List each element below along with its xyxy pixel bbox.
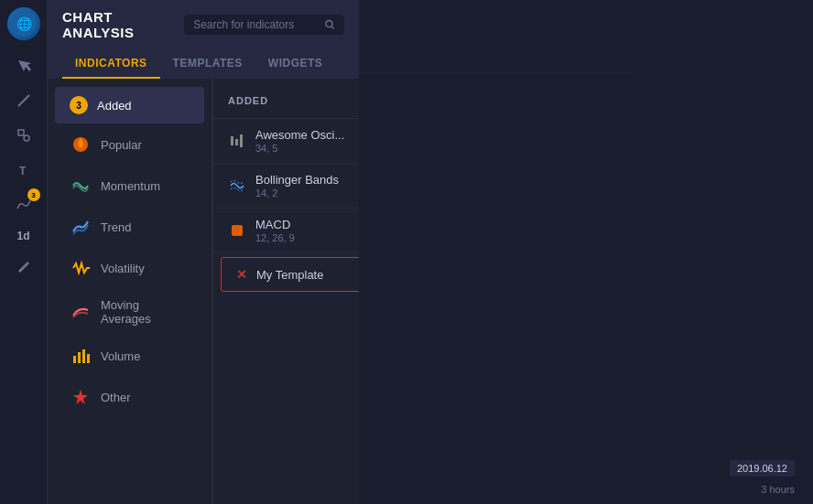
main-panel: CHART ANALYSIS INDICATORS TEMPLATES WIDG… bbox=[48, 0, 359, 504]
tab-indicators[interactable]: INDICATORS bbox=[62, 49, 160, 79]
category-added[interactable]: 3 Added bbox=[55, 87, 204, 123]
indicator-macd: MACD 12, 26, 9 bbox=[213, 209, 359, 253]
bollinger-icon bbox=[228, 177, 246, 195]
svg-point-6 bbox=[326, 21, 332, 27]
tab-widgets[interactable]: WIDGETS bbox=[255, 49, 336, 79]
category-volatility-label: Volatility bbox=[101, 262, 145, 275]
svg-rect-20 bbox=[240, 134, 243, 147]
content-area: 3 Added Popular bbox=[48, 79, 359, 504]
tool-pencil[interactable] bbox=[9, 252, 38, 282]
category-other[interactable]: Other bbox=[55, 377, 204, 417]
awesome-osc-info: Awesome Osci... 34, 5 bbox=[255, 128, 359, 154]
tool-line[interactable] bbox=[9, 86, 38, 115]
category-list: 3 Added Popular bbox=[48, 79, 211, 425]
category-momentum[interactable]: Momentum bbox=[55, 166, 204, 206]
popular-icon bbox=[70, 134, 92, 155]
macd-icon bbox=[228, 221, 246, 240]
svg-rect-18 bbox=[231, 136, 233, 145]
indicators-header: ADDED bbox=[213, 79, 359, 119]
volatility-icon bbox=[70, 257, 92, 279]
tool-shapes[interactable] bbox=[9, 121, 38, 150]
volume-icon bbox=[70, 345, 92, 367]
category-volatility[interactable]: Volatility bbox=[55, 248, 204, 288]
svg-rect-31 bbox=[232, 225, 243, 236]
timeframe-label: 3 hours bbox=[761, 484, 795, 495]
macd-name: MACD bbox=[255, 218, 359, 231]
panel-title: CHART ANALYSIS bbox=[62, 9, 184, 40]
tool-indicators[interactable]: 3 bbox=[9, 190, 38, 220]
search-box[interactable] bbox=[184, 15, 344, 35]
bollinger-name: Bollinger Bands bbox=[255, 173, 359, 187]
category-trend-label: Trend bbox=[101, 220, 131, 234]
search-input[interactable] bbox=[193, 18, 320, 31]
chart-area: 2019.06.12 3 hours bbox=[359, 0, 813, 504]
momentum-icon bbox=[70, 175, 92, 197]
category-trend[interactable]: Trend bbox=[55, 207, 204, 247]
logo[interactable]: 🌐 bbox=[7, 7, 40, 40]
category-volume[interactable]: Volume bbox=[55, 336, 204, 376]
ma-icon bbox=[70, 301, 92, 323]
tool-text[interactable]: T bbox=[9, 155, 38, 185]
trend-icon bbox=[70, 216, 92, 238]
category-volume-label: Volume bbox=[101, 349, 140, 363]
svg-marker-13 bbox=[73, 390, 88, 404]
svg-rect-3 bbox=[18, 130, 24, 135]
svg-rect-9 bbox=[73, 356, 76, 363]
panel-header: CHART ANALYSIS INDICATORS TEMPLATES WIDG… bbox=[48, 0, 359, 79]
header-top: CHART ANALYSIS bbox=[62, 9, 344, 40]
category-popular[interactable]: Popular bbox=[55, 124, 204, 165]
template-name-input[interactable] bbox=[256, 268, 359, 282]
tool-badge: 3 bbox=[27, 188, 40, 201]
macd-params: 12, 26, 9 bbox=[255, 232, 359, 243]
chart-svg bbox=[359, 0, 634, 137]
bollinger-params: 14, 2 bbox=[255, 188, 359, 198]
category-panel: 3 Added Popular bbox=[48, 79, 212, 504]
svg-rect-10 bbox=[78, 352, 81, 363]
date-label: 2019.06.12 bbox=[730, 460, 795, 477]
awesome-osc-params: 34, 5 bbox=[255, 143, 359, 154]
svg-text:T: T bbox=[19, 165, 27, 177]
tab-templates[interactable]: TEMPLATES bbox=[160, 49, 255, 79]
svg-line-2 bbox=[18, 95, 29, 106]
timeframe-button[interactable]: 1d bbox=[9, 225, 38, 247]
added-badge: 3 bbox=[70, 96, 88, 114]
tabs: INDICATORS TEMPLATES WIDGETS bbox=[62, 49, 344, 79]
template-close[interactable]: ✕ bbox=[236, 267, 247, 282]
bollinger-info: Bollinger Bands 14, 2 bbox=[255, 173, 359, 198]
category-added-label: Added bbox=[97, 99, 132, 113]
macd-info: MACD 12, 26, 9 bbox=[255, 218, 359, 243]
other-icon bbox=[70, 386, 92, 408]
svg-rect-11 bbox=[82, 349, 85, 363]
category-moving-averages[interactable]: Moving Averages bbox=[55, 289, 204, 335]
search-icon bbox=[325, 19, 335, 30]
indicator-awesome-osc: Awesome Osci... 34, 5 bbox=[213, 119, 359, 164]
template-row: ✕ Save bbox=[221, 257, 359, 292]
tool-cursor[interactable] bbox=[9, 51, 38, 80]
indicator-bollinger: Bollinger Bands 14, 2 bbox=[213, 164, 359, 209]
category-popular-label: Popular bbox=[101, 138, 142, 152]
category-momentum-label: Momentum bbox=[101, 179, 160, 193]
category-ma-label: Moving Averages bbox=[101, 298, 190, 326]
svg-rect-12 bbox=[87, 354, 90, 363]
awesome-osc-icon bbox=[228, 132, 246, 150]
svg-point-4 bbox=[24, 135, 29, 141]
indicators-panel: ADDED bbox=[212, 79, 359, 504]
awesome-osc-name: Awesome Osci... bbox=[255, 128, 359, 142]
indicators-title: ADDED bbox=[228, 95, 268, 106]
svg-text:🌐: 🌐 bbox=[16, 16, 32, 32]
category-other-label: Other bbox=[101, 391, 131, 404]
left-sidebar: 🌐 T 3 1d bbox=[0, 0, 48, 504]
svg-line-7 bbox=[331, 27, 334, 29]
svg-rect-19 bbox=[235, 139, 238, 145]
